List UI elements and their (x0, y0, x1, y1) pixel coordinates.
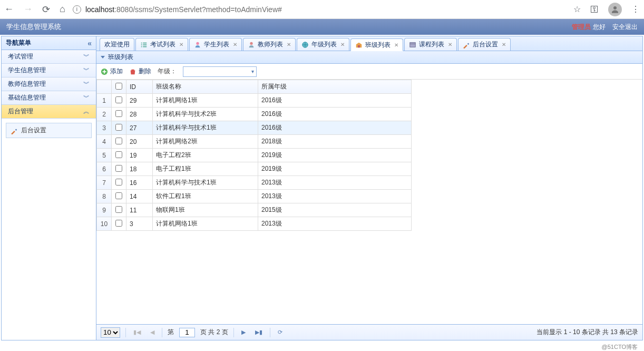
row-checkbox[interactable] (115, 110, 122, 117)
row-checkbox[interactable] (115, 179, 122, 186)
row-checkbox[interactable] (115, 124, 122, 131)
address-bar[interactable]: i localhost:8080/ssms/SystemServlet?meth… (73, 5, 566, 14)
tab-考试列表[interactable]: 考试列表✕ (135, 38, 188, 51)
table-row[interactable]: 2 28 计算机科学与技术2班 2016级 (97, 108, 412, 121)
id-cell: 28 (126, 108, 153, 121)
reload-icon[interactable]: ⟳ (42, 4, 50, 15)
watermark: @51CTO博客 (0, 342, 644, 351)
check-cell[interactable] (112, 203, 126, 217)
table-row[interactable]: 1 29 计算机网络1班 2016级 (97, 94, 412, 108)
rownum-cell: 1 (97, 94, 112, 108)
add-button[interactable]: 添加 (101, 67, 123, 76)
check-cell[interactable] (112, 121, 126, 135)
home-icon[interactable]: ⌂ (60, 4, 65, 15)
check-cell[interactable] (112, 135, 126, 149)
table-row[interactable]: 6 18 电子工程1班 2019级 (97, 162, 412, 176)
tab-学生列表[interactable]: 学生列表✕ (189, 38, 242, 51)
page-size-select[interactable]: 10 (101, 327, 120, 338)
row-checkbox[interactable] (115, 138, 122, 144)
close-icon[interactable]: ✕ (502, 42, 506, 47)
sidebar-item-backend-settings[interactable]: 后台设置 (6, 123, 92, 138)
chevron-up-icon: ︽ (83, 107, 90, 116)
id-cell: 18 (126, 162, 153, 176)
info-icon[interactable]: i (73, 5, 81, 14)
close-icon[interactable]: ✕ (179, 42, 183, 47)
sidebar-accordion-item[interactable]: 教师信息管理︾ (2, 77, 96, 91)
table-row[interactable]: 5 19 电子工程2班 2019级 (97, 149, 412, 162)
sidebar-accordion-item[interactable]: 学生信息管理︾ (2, 64, 96, 77)
menu-icon[interactable]: ⋮ (631, 4, 640, 14)
check-all[interactable] (115, 83, 122, 90)
logout-link[interactable]: 安全退出 (612, 23, 638, 31)
last-page-button[interactable]: ▶▮ (253, 328, 265, 337)
avatar[interactable] (608, 3, 622, 16)
name-cell: 计算机科学与技术1班 (153, 176, 258, 190)
star-icon[interactable]: ☆ (573, 4, 581, 14)
tabs-bar: 欢迎使用考试列表✕学生列表✕教师列表✕年级列表✕班级列表✕课程列表✕后台设置✕ (96, 36, 642, 51)
svg-rect-4 (358, 45, 360, 47)
row-checkbox[interactable] (115, 165, 122, 172)
first-page-button[interactable]: ▮◀ (131, 328, 143, 337)
tab-label: 课程列表 (419, 40, 444, 49)
table-row[interactable]: 10 3 计算机网络1班 2013级 (97, 217, 412, 231)
sidebar: 导航菜单 « 考试管理︾学生信息管理︾教师信息管理︾基础信息管理︾后台管理︽ 后… (2, 36, 96, 340)
sidebar-accordion-item[interactable]: 考试管理︾ (2, 50, 96, 64)
fold-icon[interactable] (101, 56, 105, 58)
row-checkbox[interactable] (115, 192, 122, 199)
tab-班级列表[interactable]: 班级列表✕ (350, 38, 403, 51)
collapse-icon[interactable]: « (87, 39, 92, 47)
tab-欢迎使用[interactable]: 欢迎使用 (100, 38, 134, 51)
sidebar-accordion-item[interactable]: 基础信息管理︾ (2, 91, 96, 105)
check-cell[interactable] (112, 176, 126, 190)
close-icon[interactable]: ✕ (287, 42, 291, 47)
close-icon[interactable]: ✕ (340, 42, 345, 47)
check-cell[interactable] (112, 94, 126, 108)
col-check-all[interactable] (112, 80, 126, 94)
id-cell: 3 (126, 217, 153, 231)
next-page-button[interactable]: ▶ (239, 328, 248, 337)
back-icon[interactable]: ← (4, 4, 14, 15)
tab-后台设置[interactable]: 后台设置✕ (458, 38, 511, 51)
grade-cell: 2016级 (258, 94, 412, 108)
check-cell[interactable] (112, 149, 126, 162)
col-name[interactable]: 班级名称 (153, 80, 258, 94)
tab-课程列表[interactable]: 课程列表✕ (404, 38, 457, 51)
tab-教师列表[interactable]: 教师列表✕ (243, 38, 296, 51)
check-cell[interactable] (112, 108, 126, 121)
row-checkbox[interactable] (115, 206, 122, 213)
check-cell[interactable] (112, 162, 126, 176)
close-icon[interactable]: ✕ (394, 42, 398, 48)
sidebar-accordion-item[interactable]: 后台管理︽ (2, 105, 96, 119)
id-cell: 27 (126, 121, 153, 135)
row-checkbox[interactable] (115, 151, 122, 158)
delete-button[interactable]: 删除 (129, 67, 151, 76)
close-icon[interactable]: ✕ (448, 42, 452, 47)
table-row[interactable]: 9 11 物联网1班 2015级 (97, 203, 412, 217)
course-icon (409, 41, 416, 48)
page-input[interactable] (179, 328, 195, 337)
sidebar-item-label: 后台设置 (21, 126, 46, 135)
pager: 10 ▮◀ ◀ 第 页 共 2 页 ▶ ▶▮ ⟳ 当前显示 1 - 10 条记录… (96, 324, 642, 340)
url-host: localhost (85, 5, 114, 14)
prev-page-button[interactable]: ◀ (148, 328, 157, 337)
grade-cell: 2013级 (258, 190, 412, 203)
forward-icon[interactable]: → (23, 4, 33, 15)
key-icon[interactable]: ⚿ (590, 5, 599, 14)
url-port: :8080 (114, 5, 133, 14)
table-row[interactable]: 4 20 计算机网络2班 2018级 (97, 135, 412, 149)
tab-label: 欢迎使用 (104, 40, 130, 49)
list-icon (140, 41, 148, 48)
row-checkbox[interactable] (115, 220, 122, 227)
close-icon[interactable]: ✕ (233, 42, 237, 47)
row-checkbox[interactable] (115, 96, 122, 103)
col-grade[interactable]: 所属年级 (258, 80, 412, 94)
check-cell[interactable] (112, 190, 126, 203)
col-id[interactable]: ID (126, 80, 153, 94)
check-cell[interactable] (112, 217, 126, 231)
tab-年级列表[interactable]: 年级列表✕ (297, 38, 349, 51)
table-row[interactable]: 3 27 计算机科学与技术1班 2016级 (97, 121, 412, 135)
refresh-button[interactable]: ⟳ (276, 328, 285, 337)
table-row[interactable]: 8 14 软件工程1班 2013级 (97, 190, 412, 203)
grade-combobox[interactable]: ▾ (183, 66, 257, 77)
table-row[interactable]: 7 16 计算机科学与技术1班 2013级 (97, 176, 412, 190)
